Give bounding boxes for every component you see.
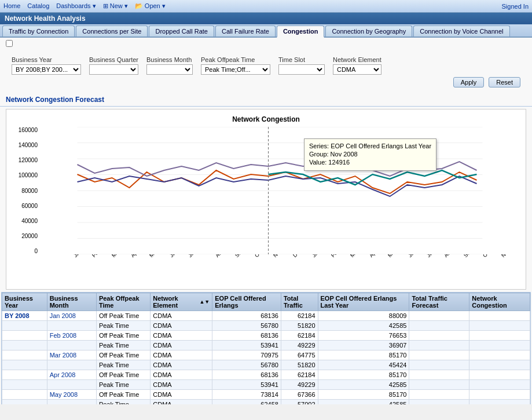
tooltip-group: Group: Nov 2008 [309, 151, 431, 158]
tab-connection-by-geography[interactable]: Connection by Geography [325, 25, 412, 36]
new-dropdown[interactable]: ⊞ New ▾ [103, 2, 128, 10]
main-content: Business Year BY 2008;BY 200... Business… [0, 38, 532, 404]
table-cell: CDMA [151, 380, 212, 390]
peak-offpeak-select[interactable]: Peak Time;Off... [201, 64, 270, 75]
table-row: Peak TimeCDMA567805182045424 [2, 360, 530, 370]
table-cell [409, 370, 469, 380]
open-dropdown[interactable]: 📂 Open ▾ [135, 2, 166, 10]
table-cell [2, 341, 47, 350]
table-cell [2, 390, 47, 400]
business-month-label: Business Month [146, 56, 193, 63]
chart-area: Series: EOP Cell Offered Erlangs Last Ye… [40, 127, 520, 254]
col-header-peak-offpeak[interactable]: Peak Offpeak Time [96, 293, 150, 311]
table-cell [47, 380, 96, 390]
table-cell: Feb 2008 [47, 331, 96, 341]
table-cell: CDMA [151, 311, 212, 321]
business-month-select[interactable] [146, 64, 193, 75]
business-month-filter: Business Month [146, 56, 193, 75]
apply-button[interactable]: Apply [453, 77, 485, 87]
table-cell [2, 380, 47, 390]
tab-call-failure-rate[interactable]: Call Failure Rate [215, 25, 276, 36]
table-cell [2, 350, 47, 360]
table-cell [2, 400, 47, 405]
table-cell [47, 400, 96, 405]
title-bar: Network Health Analysis [0, 13, 532, 24]
time-slot-select[interactable] [278, 64, 325, 75]
checkbox-area [0, 38, 532, 50]
col-header-network-congestion[interactable]: Network Congestion [469, 293, 530, 311]
table-cell: Off Peak Time [96, 350, 150, 360]
table-cell: 62458 [212, 400, 281, 405]
catalog-link[interactable]: Catalog [27, 2, 49, 10]
app-title: Network Health Analysis [5, 14, 86, 23]
table-cell: 85170 [318, 390, 409, 400]
col-header-network-element[interactable]: Network Element ▲▼ [151, 293, 212, 311]
network-element-filter: Network Element CDMA [333, 56, 381, 75]
table-row: BY 2008Jan 2008Off Peak TimeCDMA68136621… [2, 311, 530, 321]
dashboards-dropdown[interactable]: Dashboards ▾ [56, 2, 96, 10]
peak-offpeak-label: Peak Offpeak Time [201, 56, 270, 63]
table-cell [469, 350, 530, 360]
peak-offpeak-filter: Peak Offpeak Time Peak Time;Off... [201, 56, 270, 75]
sort-icon: ▲▼ [199, 299, 210, 305]
reset-button[interactable]: Reset [489, 77, 520, 87]
col-header-eop-offered[interactable]: EOP Cell Offered Erlangs [212, 293, 281, 311]
filter-area: Business Year BY 2008;BY 200... Business… [0, 50, 532, 93]
table-cell [409, 400, 469, 405]
table-cell: 51820 [281, 360, 318, 370]
table-cell: 85170 [318, 370, 409, 380]
table-cell: 57002 [281, 400, 318, 405]
tab-traffic-by-connection[interactable]: Traffic by Connection [2, 25, 75, 36]
col-header-business-year[interactable]: Business Year [2, 293, 47, 311]
table-cell [2, 370, 47, 380]
table-cell: 73814 [212, 390, 281, 400]
table-cell [469, 360, 530, 370]
business-quarter-select[interactable] [89, 64, 138, 75]
checkbox-toggle[interactable] [6, 40, 13, 47]
table-cell: CDMA [151, 321, 212, 331]
col-header-business-month[interactable]: Business Month [47, 293, 96, 311]
col-header-eop-last-year[interactable]: EOP Cell Offered Erlangs Last Year [318, 293, 409, 311]
table-cell [47, 341, 96, 350]
table-cell: Apr 2008 [47, 370, 96, 380]
table-cell: 36907 [318, 341, 409, 350]
tab-congestion[interactable]: Congestion [277, 25, 325, 38]
table-cell [47, 321, 96, 331]
table-cell: 42585 [318, 380, 409, 390]
business-year-select[interactable]: BY 2008;BY 200... [12, 64, 81, 75]
chart-svg [40, 127, 520, 254]
table-cell: BY 2008 [2, 311, 47, 321]
table-cell [469, 380, 530, 390]
network-element-label: Network Element [333, 56, 381, 63]
table-cell: CDMA [151, 331, 212, 341]
col-header-total-forecast[interactable]: Total Traffic Forecast [409, 293, 469, 311]
business-year-filter: Business Year BY 2008;BY 200... [12, 56, 81, 75]
home-link[interactable]: Home [3, 2, 20, 10]
table-cell: Peak Time [96, 321, 150, 331]
table-body: BY 2008Jan 2008Off Peak TimeCDMA68136621… [2, 311, 530, 405]
table-cell: 88009 [318, 311, 409, 321]
table-cell [409, 331, 469, 341]
business-quarter-filter: Business Quarter [89, 56, 138, 75]
table-cell: 62184 [281, 311, 318, 321]
business-year-label: Business Year [12, 56, 81, 63]
table-cell: 76653 [318, 331, 409, 341]
network-element-select[interactable]: CDMA [333, 64, 381, 75]
tab-dropped-call-rate[interactable]: Dropped Call Rate [149, 25, 214, 36]
tab-connection-by-voice-channel[interactable]: Connection by Voice Channel [413, 25, 509, 36]
table-cell [469, 341, 530, 350]
table-cell [469, 321, 530, 331]
table-cell [469, 400, 530, 405]
table-cell: 42585 [318, 400, 409, 405]
table-cell [409, 390, 469, 400]
table-row: Peak TimeCDMA539414922936907 [2, 341, 530, 350]
tab-connections-per-site[interactable]: Connections per Site [76, 25, 148, 36]
table-cell: Off Peak Time [96, 331, 150, 341]
data-table: Business Year Business Month Peak Offpea… [2, 293, 530, 404]
table-cell [47, 360, 96, 370]
col-header-total-traffic[interactable]: Total Traffic [281, 293, 318, 311]
table-cell [409, 311, 469, 321]
table-cell: 62184 [281, 370, 318, 380]
table-cell [409, 341, 469, 350]
table-cell [469, 370, 530, 380]
